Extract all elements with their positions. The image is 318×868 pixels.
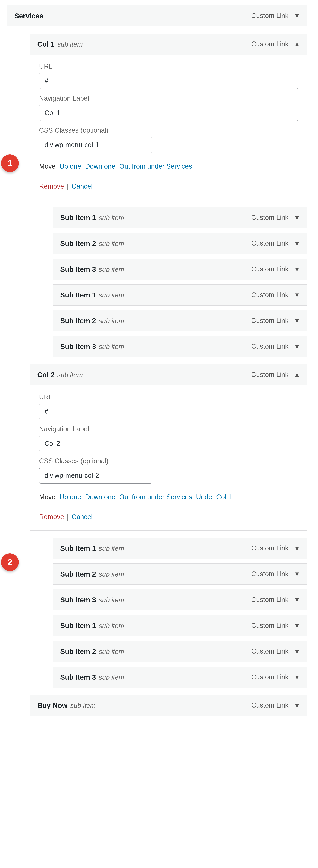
menu-item-subtype: sub item [99, 647, 124, 656]
menu-item-type: Custom Link [251, 544, 289, 553]
menu-item-subtype: sub item [70, 701, 96, 710]
css-classes-input[interactable] [39, 137, 152, 153]
chevron-down-icon[interactable]: ▼ [294, 597, 300, 603]
menu-item-subtype: sub item [99, 570, 124, 579]
menu-item-sub[interactable]: Sub Item 1sub itemCustom Link▼ [53, 284, 308, 306]
remove-link[interactable]: Remove [39, 183, 64, 190]
menu-item-title: Sub Item 1 [60, 621, 96, 630]
chevron-down-icon[interactable]: ▼ [294, 240, 300, 247]
menu-item-title: Sub Item 2 [60, 239, 96, 248]
menu-item-type: Custom Link [251, 316, 289, 326]
menu-item-sub[interactable]: Sub Item 2sub itemCustom Link▼ [53, 233, 308, 254]
menu-item-type: Custom Link [251, 39, 289, 49]
menu-item-subtype: sub item [99, 342, 124, 351]
chevron-down-icon[interactable]: ▼ [294, 648, 300, 655]
menu-item-title: Sub Item 1 [60, 290, 96, 300]
menu-item-services[interactable]: Services Custom Link ▼ [7, 5, 308, 27]
move-down-link[interactable]: Down one [85, 163, 115, 170]
chevron-up-icon[interactable]: ▲ [294, 41, 300, 47]
menu-item-title: Sub Item 2 [60, 569, 96, 579]
cancel-link[interactable]: Cancel [72, 183, 93, 190]
url-input[interactable] [39, 73, 298, 89]
chevron-down-icon[interactable]: ▼ [294, 13, 300, 19]
label-nav: Navigation Label [39, 424, 298, 434]
chevron-down-icon[interactable]: ▼ [294, 622, 300, 629]
menu-item-type: Custom Link [251, 265, 289, 274]
nav-label-input[interactable] [39, 435, 298, 452]
cancel-link[interactable]: Cancel [72, 513, 93, 521]
chevron-down-icon[interactable]: ▼ [294, 266, 300, 272]
menu-item-title: Buy Now [37, 701, 67, 710]
menu-item-subtype: sub item [99, 673, 124, 682]
menu-item-title: Sub Item 2 [60, 316, 96, 326]
menu-item-sub[interactable]: Sub Item 1sub itemCustom Link▼ [53, 538, 308, 559]
chevron-down-icon[interactable]: ▼ [294, 571, 300, 577]
chevron-down-icon[interactable]: ▼ [294, 545, 300, 552]
menu-item-type: Custom Link [251, 342, 289, 351]
menu-item-title: Col 2 [37, 370, 55, 380]
menu-item-title: Sub Item 3 [60, 264, 96, 274]
menu-item-title: Sub Item 3 [60, 342, 96, 351]
chevron-up-icon[interactable]: ▲ [294, 372, 300, 378]
menu-item-sub[interactable]: Sub Item 1sub itemCustom Link▼ [53, 615, 308, 636]
move-up-link[interactable]: Up one [59, 493, 81, 501]
menu-item-type: Custom Link [251, 11, 289, 21]
menu-item-title: Sub Item 2 [60, 647, 96, 656]
move-out-link[interactable]: Out from under Services [119, 493, 192, 501]
menu-item-subtype: sub item [99, 595, 124, 605]
menu-item-title: Sub Item 1 [60, 213, 96, 223]
menu-item-col2-body: URL Navigation Label CSS Classes (option… [30, 385, 308, 531]
move-under-link[interactable]: Under Col 1 [196, 493, 232, 501]
menu-item-subtype: sub item [99, 621, 124, 630]
menu-item-type: Custom Link [251, 239, 289, 248]
menu-item-sub[interactable]: Sub Item 3sub itemCustom Link▼ [53, 259, 308, 280]
url-input[interactable] [39, 404, 298, 420]
menu-item-type: Custom Link [251, 647, 289, 656]
chevron-down-icon[interactable]: ▼ [294, 215, 300, 221]
menu-item-title: Sub Item 1 [60, 544, 96, 553]
menu-item-type: Custom Link [251, 213, 289, 222]
label-css: CSS Classes (optional) [39, 126, 298, 135]
menu-item-subtype: sub item [99, 265, 124, 274]
chevron-down-icon[interactable]: ▼ [294, 317, 300, 324]
menu-item-col1-body: URL Navigation Label CSS Classes (option… [30, 55, 308, 200]
menu-item-sub[interactable]: Sub Item 2sub itemCustom Link▼ [53, 641, 308, 662]
menu-item-sub[interactable]: Sub Item 2sub itemCustom Link▼ [53, 563, 308, 585]
menu-item-sub[interactable]: Sub Item 1sub itemCustom Link▼ [53, 207, 308, 228]
menu-item-sub[interactable]: Sub Item 2sub itemCustom Link▼ [53, 310, 308, 331]
menu-item-title: Col 1 [37, 39, 55, 49]
menu-item-col1[interactable]: Col 1 sub item Custom Link ▲ [30, 34, 308, 55]
menu-item-col2[interactable]: Col 2 sub item Custom Link ▲ [30, 364, 308, 385]
menu-item-type: Custom Link [251, 673, 289, 682]
css-classes-input[interactable] [39, 468, 152, 484]
chevron-down-icon[interactable]: ▼ [294, 674, 300, 680]
menu-item-sub[interactable]: Sub Item 3sub itemCustom Link▼ [53, 336, 308, 357]
menu-item-title: Sub Item 3 [60, 672, 96, 682]
remove-link[interactable]: Remove [39, 513, 64, 521]
menu-item-sub[interactable]: Sub Item 3sub itemCustom Link▼ [53, 666, 308, 688]
menu-item-buy-now[interactable]: Buy Now sub item Custom Link ▼ [30, 695, 308, 716]
menu-item-title: Sub Item 3 [60, 595, 96, 605]
move-up-link[interactable]: Up one [59, 163, 81, 170]
nav-label-input[interactable] [39, 105, 298, 121]
separator: | [65, 513, 71, 521]
menu-item-subtype: sub item [99, 239, 124, 248]
menu-item-subtype: sub item [99, 544, 124, 553]
menu-item-sub[interactable]: Sub Item 3sub itemCustom Link▼ [53, 589, 308, 611]
menu-item-subtype: sub item [99, 290, 124, 300]
move-label: Move [39, 163, 56, 170]
annotation-marker-2: 2 [1, 553, 19, 571]
annotation-marker-1: 1 [1, 154, 19, 172]
menu-item-type: Custom Link [251, 569, 289, 579]
chevron-down-icon[interactable]: ▼ [294, 292, 300, 298]
label-url: URL [39, 62, 298, 71]
separator: | [65, 183, 71, 190]
chevron-down-icon[interactable]: ▼ [294, 702, 300, 709]
menu-item-subtype: sub item [99, 316, 124, 326]
menu-item-type: Custom Link [251, 621, 289, 630]
chevron-down-icon[interactable]: ▼ [294, 343, 300, 350]
label-nav: Navigation Label [39, 94, 298, 103]
move-down-link[interactable]: Down one [85, 493, 115, 501]
label-css: CSS Classes (optional) [39, 456, 298, 466]
move-out-link[interactable]: Out from under Services [119, 163, 192, 170]
